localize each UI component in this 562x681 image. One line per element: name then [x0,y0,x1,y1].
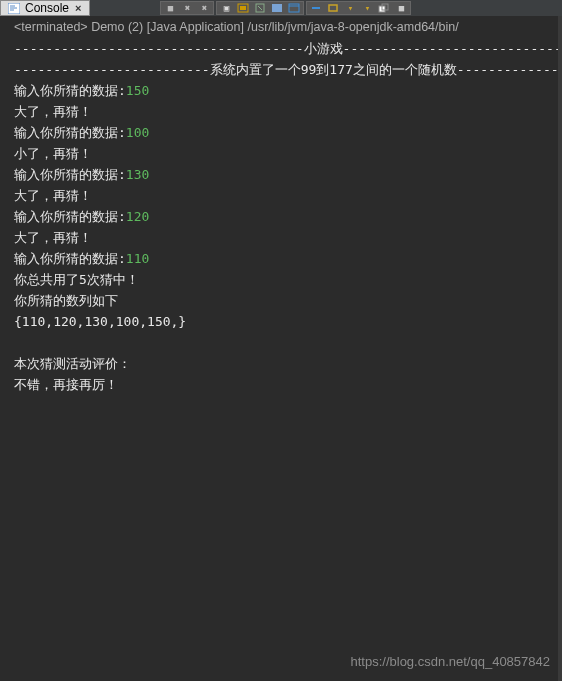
output-line: 你总共用了5次猜中！ [14,269,562,290]
watermark: https://blog.csdn.net/qq_40857842 [351,654,551,669]
output-line: 输入你所猜的数据:110 [14,248,562,269]
open-console-icon[interactable] [286,2,302,14]
prompt-text: 输入你所猜的数据: [14,125,126,140]
output-line: 大了，再猜！ [14,227,562,248]
console-tab[interactable]: Console × [3,1,87,15]
process-header: <terminated> Demo (2) [Java Application]… [0,18,562,38]
min-icon[interactable] [308,2,324,14]
prompt-text: 输入你所猜的数据: [14,83,126,98]
output-line: 你所猜的数列如下 [14,290,562,311]
svg-rect-11 [329,5,337,11]
user-input: 110 [126,251,149,266]
scrollbar[interactable] [558,16,562,681]
restore-icon[interactable] [376,2,392,14]
console-output: -------------------------------------小游戏… [0,38,562,395]
clear-console-icon[interactable]: ▣ [218,2,234,14]
remove-all2-icon[interactable]: ✖ [196,2,212,14]
svg-rect-8 [289,4,299,12]
prompt-text: 输入你所猜的数据: [14,167,126,182]
console-body: <terminated> Demo (2) [Java Application]… [0,16,562,681]
tab-area: Console × [0,0,90,16]
user-input: 130 [126,167,149,182]
output-line: 输入你所猜的数据:100 [14,122,562,143]
user-input: 150 [126,83,149,98]
toolbar-group-3: ▾ ▾ ■ [306,1,411,15]
dropdown-icon[interactable]: ▾ [342,2,358,14]
output-line: 本次猜测活动评价： [14,353,562,374]
user-input: 100 [126,125,149,140]
prompt-text: 输入你所猜的数据: [14,251,126,266]
process-info: Demo (2) [Java Application] /usr/lib/jvm… [88,20,459,34]
close-icon[interactable]: × [73,2,83,14]
prompt-text: 输入你所猜的数据: [14,209,126,224]
output-line: 大了，再猜！ [14,101,562,122]
pin-console-icon[interactable] [252,2,268,14]
output-line: -------------------------系统内置了一个99到177之间… [14,59,562,80]
output-line: 大了，再猜！ [14,185,562,206]
remove-launch-icon[interactable]: ■ [162,2,178,14]
svg-rect-7 [272,4,282,12]
tab-label: Console [25,1,69,15]
output-line [14,332,562,353]
scroll-lock-icon[interactable] [235,2,251,14]
terminated-tag: <terminated> [14,20,88,34]
remove-all-icon[interactable]: ✖ [179,2,195,14]
console-icon [7,2,21,14]
close2-icon[interactable]: ■ [393,2,409,14]
toolbar-group-2: ▣ [216,1,304,15]
max-icon[interactable] [325,2,341,14]
svg-rect-5 [240,6,246,10]
output-line: {110,120,130,100,150,} [14,311,562,332]
output-line: 输入你所猜的数据:130 [14,164,562,185]
display-selected-icon[interactable] [269,2,285,14]
output-line: -------------------------------------小游戏… [14,38,562,59]
console-toolbar: ■ ✖ ✖ ▣ ▾ ▾ [90,0,562,16]
output-line: 输入你所猜的数据:120 [14,206,562,227]
top-bar: Console × ■ ✖ ✖ ▣ [0,0,562,16]
output-line: 输入你所猜的数据:150 [14,80,562,101]
output-line: 小了，再猜！ [14,143,562,164]
toolbar-group-1: ■ ✖ ✖ [160,1,214,15]
user-input: 120 [126,209,149,224]
svg-rect-10 [312,7,320,9]
dropdown2-icon[interactable]: ▾ [359,2,375,14]
output-line: 不错，再接再厉！ [14,374,562,395]
